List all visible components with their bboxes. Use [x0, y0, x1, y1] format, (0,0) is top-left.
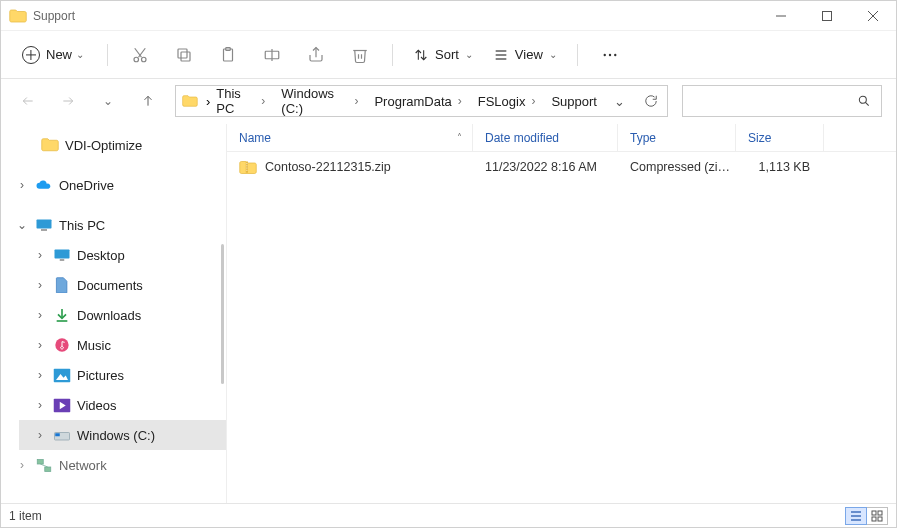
nav-item-network[interactable]: › Network: [1, 450, 226, 480]
column-size[interactable]: Size: [736, 124, 824, 151]
maximize-button[interactable]: [804, 1, 850, 31]
folder-icon: [182, 94, 198, 108]
nav-item-vdi-optimize[interactable]: VDI-Optimize: [1, 130, 226, 160]
chevron-down-icon: ⌄: [465, 49, 473, 60]
close-button[interactable]: [850, 1, 896, 31]
copy-button[interactable]: [164, 39, 204, 71]
address-bar-row: ⌄ › This PC› Windows (C:)› ProgramData› …: [1, 79, 896, 123]
address-bar[interactable]: › This PC› Windows (C:)› ProgramData› FS…: [175, 85, 668, 117]
forward-button[interactable]: [55, 88, 81, 114]
paste-button[interactable]: [208, 39, 248, 71]
svg-rect-41: [37, 459, 43, 464]
file-list: Name˄ Date modified Type Size Contoso-22…: [226, 124, 896, 503]
pictures-icon: [53, 368, 71, 383]
breadcrumb-fslogix[interactable]: FSLogix›: [474, 86, 546, 116]
column-name[interactable]: Name˄: [227, 124, 473, 151]
svg-rect-1: [823, 11, 832, 20]
music-icon: [54, 337, 70, 353]
nav-label: Videos: [77, 398, 117, 413]
nav-label: OneDrive: [59, 178, 114, 193]
nav-item-desktop[interactable]: › Desktop: [19, 240, 226, 270]
breadcrumb-support[interactable]: Support: [547, 86, 601, 116]
nav-label: VDI-Optimize: [65, 138, 142, 153]
cut-button[interactable]: [120, 39, 160, 71]
plus-circle-icon: [22, 46, 40, 64]
file-type: Compressed (zipp...: [618, 152, 736, 182]
monitor-icon: [35, 218, 53, 233]
chevron-down-icon: ⌄: [549, 49, 557, 60]
nav-item-onedrive[interactable]: › OneDrive: [1, 170, 226, 200]
breadcrumb-thispc[interactable]: This PC›: [212, 86, 275, 116]
minimize-button[interactable]: [758, 1, 804, 31]
new-button[interactable]: New ⌄: [11, 39, 95, 71]
nav-item-windowsc[interactable]: › Windows (C:): [19, 420, 226, 450]
breadcrumb-windowsc[interactable]: Windows (C:)›: [277, 86, 368, 116]
breadcrumb-programdata[interactable]: ProgramData›: [370, 86, 471, 116]
svg-line-7: [135, 48, 142, 57]
svg-rect-52: [878, 517, 882, 521]
up-button[interactable]: [135, 88, 161, 114]
nav-label: Music: [77, 338, 111, 353]
item-count: 1 item: [9, 509, 42, 523]
rename-button[interactable]: [252, 39, 292, 71]
nav-label: Documents: [77, 278, 143, 293]
svg-point-26: [859, 96, 866, 103]
nav-label: Desktop: [77, 248, 125, 263]
svg-line-6: [139, 48, 146, 57]
file-size: 1,113 KB: [759, 160, 810, 174]
sort-button[interactable]: Sort ⌄: [405, 39, 481, 71]
svg-point-21: [609, 53, 611, 55]
column-type[interactable]: Type: [618, 124, 736, 151]
nav-item-thispc[interactable]: ⌄ This PC: [1, 210, 226, 240]
sort-asc-icon: ˄: [457, 132, 462, 143]
search-icon: [857, 94, 871, 108]
nav-item-music[interactable]: › Music: [19, 330, 226, 360]
chevron-right-icon: ›: [354, 94, 358, 108]
share-button[interactable]: [296, 39, 336, 71]
svg-point-5: [142, 57, 147, 62]
chevron-right-icon: ›: [33, 278, 47, 292]
title-bar: Support: [1, 1, 896, 31]
details-view-button[interactable]: [845, 507, 867, 525]
sort-icon: [413, 47, 429, 63]
file-name: Contoso-22112315.zip: [265, 160, 391, 174]
svg-point-20: [603, 53, 605, 55]
chevron-right-icon: ›: [33, 338, 47, 352]
chevron-right-icon: ›: [33, 428, 47, 442]
nav-item-pictures[interactable]: › Pictures: [19, 360, 226, 390]
nav-item-videos[interactable]: › Videos: [19, 390, 226, 420]
column-headers: Name˄ Date modified Type Size: [227, 124, 896, 152]
search-box[interactable]: [682, 85, 882, 117]
nav-label: Pictures: [77, 368, 124, 383]
back-button[interactable]: [15, 88, 41, 114]
file-row[interactable]: Contoso-22112315.zip 11/23/2022 8:16 AM …: [227, 152, 896, 182]
chevron-right-icon: ›: [33, 308, 47, 322]
separator: [577, 44, 578, 66]
chevron-right-icon: ›: [15, 178, 29, 192]
svg-rect-9: [178, 49, 187, 58]
separator: [107, 44, 108, 66]
svg-rect-42: [45, 467, 51, 472]
separator: [392, 44, 393, 66]
scrollbar[interactable]: [221, 244, 224, 384]
chevron-right-icon: ›: [458, 94, 462, 108]
recent-locations-button[interactable]: ⌄: [95, 88, 121, 114]
view-button[interactable]: View ⌄: [485, 39, 565, 71]
svg-rect-51: [872, 517, 876, 521]
svg-rect-40: [55, 433, 60, 436]
folder-icon: [41, 138, 59, 152]
more-button[interactable]: [590, 39, 630, 71]
address-dropdown-button[interactable]: ⌄: [603, 86, 635, 116]
column-date[interactable]: Date modified: [473, 124, 618, 151]
chevron-right-icon: ›: [531, 94, 535, 108]
nav-item-downloads[interactable]: › Downloads: [19, 300, 226, 330]
refresh-button[interactable]: [635, 86, 667, 116]
cloud-icon: [35, 179, 53, 191]
delete-button[interactable]: [340, 39, 380, 71]
chevron-right-icon: ›: [206, 94, 210, 109]
view-icon: [493, 47, 509, 63]
sort-label: Sort: [435, 47, 459, 62]
view-label: View: [515, 47, 543, 62]
thumbnails-view-button[interactable]: [866, 507, 888, 525]
nav-item-documents[interactable]: › Documents: [19, 270, 226, 300]
